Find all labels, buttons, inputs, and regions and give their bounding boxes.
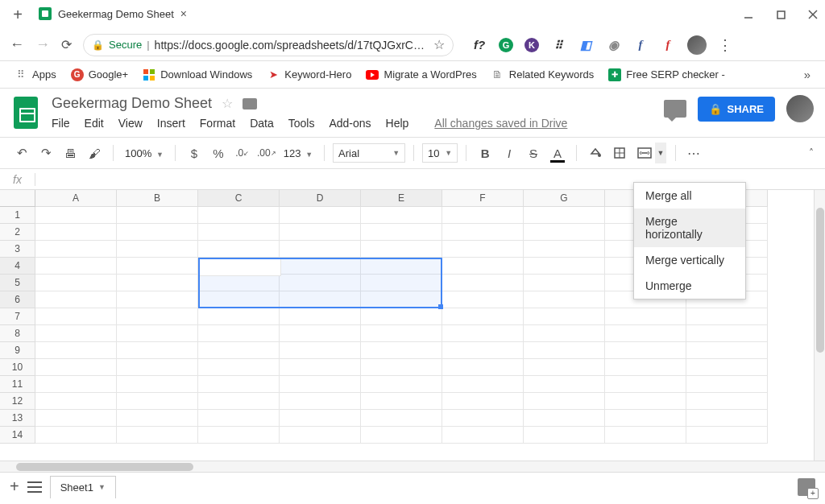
drive-status[interactable]: All changes saved in Drive xyxy=(434,117,567,130)
bookmark-keyword[interactable]: ➤ Keyword-Hero xyxy=(267,68,351,81)
cell-H13[interactable] xyxy=(605,410,686,427)
cell-E9[interactable] xyxy=(361,342,442,359)
row-header-8[interactable]: 8 xyxy=(0,325,35,342)
cell-G8[interactable] xyxy=(524,325,605,342)
cell-I7[interactable] xyxy=(686,308,768,325)
font-select[interactable]: Arial▼ xyxy=(333,143,405,163)
ext-k-icon[interactable]: K xyxy=(524,38,539,52)
cell-E8[interactable] xyxy=(361,325,442,342)
cell-E10[interactable] xyxy=(361,359,442,376)
row-header-5[interactable]: 5 xyxy=(0,275,35,291)
cell-I12[interactable] xyxy=(686,393,768,410)
cell-H9[interactable] xyxy=(605,342,686,359)
cell-D7[interactable] xyxy=(280,308,361,325)
cell-D3[interactable] xyxy=(280,241,361,258)
cell-B14[interactable] xyxy=(117,427,198,444)
cell-I13[interactable] xyxy=(686,410,768,427)
unmerge-item[interactable]: Unmerge xyxy=(634,273,745,299)
cell-C12[interactable] xyxy=(198,393,280,410)
select-all-corner[interactable] xyxy=(0,190,35,207)
cell-A7[interactable] xyxy=(35,308,117,325)
cell-B1[interactable] xyxy=(117,207,198,224)
cell-I10[interactable] xyxy=(686,359,768,376)
cell-G1[interactable] xyxy=(524,207,605,224)
cell-C3[interactable] xyxy=(198,241,280,258)
cell-B5[interactable] xyxy=(117,275,198,291)
currency-button[interactable]: $ xyxy=(184,143,205,163)
cell-H12[interactable] xyxy=(605,393,686,410)
cell-I8[interactable] xyxy=(686,325,768,342)
menu-help[interactable]: Help xyxy=(386,117,409,130)
cell-C10[interactable] xyxy=(198,359,280,376)
cell-C1[interactable] xyxy=(198,207,280,224)
cell-D11[interactable] xyxy=(280,376,361,393)
merge-all-item[interactable]: Merge all xyxy=(634,183,745,209)
cell-A14[interactable] xyxy=(35,427,117,444)
omnibox[interactable]: 🔒 Secure | https://docs.google.com/sprea… xyxy=(83,34,454,56)
col-header-C[interactable]: C xyxy=(198,190,280,207)
cell-G10[interactable] xyxy=(524,359,605,376)
reload-button[interactable]: ⟳ xyxy=(61,37,72,52)
cell-B12[interactable] xyxy=(117,393,198,410)
cell-G3[interactable] xyxy=(524,241,605,258)
add-sheet-button[interactable]: + xyxy=(10,477,19,496)
fill-color-button[interactable] xyxy=(585,143,606,163)
row-header-3[interactable]: 3 xyxy=(0,241,35,258)
toolbar-more-button[interactable]: ⋯ xyxy=(684,143,705,163)
cell-B7[interactable] xyxy=(117,308,198,325)
cell-D10[interactable] xyxy=(280,359,361,376)
cell-E12[interactable] xyxy=(361,393,442,410)
ext-feedly-icon[interactable]: f xyxy=(660,37,676,53)
ext-grammarly-icon[interactable]: G xyxy=(499,38,513,52)
browser-tab[interactable]: Geekermag Demo Sheet × xyxy=(31,2,195,26)
cell-G12[interactable] xyxy=(524,393,605,410)
cell-C2[interactable] xyxy=(198,224,280,241)
bookmark-star-icon[interactable]: ☆ xyxy=(433,37,445,52)
cell-A10[interactable] xyxy=(35,359,117,376)
window-close[interactable] xyxy=(807,9,819,20)
cell-D1[interactable] xyxy=(280,207,361,224)
col-header-D[interactable]: D xyxy=(280,190,361,207)
new-tab-button[interactable]: + xyxy=(6,3,29,26)
menu-edit[interactable]: Edit xyxy=(85,117,104,130)
cell-B6[interactable] xyxy=(117,291,198,308)
toolbar-collapse-icon[interactable]: ˄ xyxy=(809,147,814,159)
cell-C13[interactable] xyxy=(198,410,280,427)
cell-F5[interactable] xyxy=(442,275,524,291)
account-avatar[interactable] xyxy=(786,95,814,122)
text-color-button[interactable]: A xyxy=(547,143,568,163)
cell-B4[interactable] xyxy=(117,258,198,275)
cell-B10[interactable] xyxy=(117,359,198,376)
tab-close-icon[interactable]: × xyxy=(180,7,187,20)
cell-F11[interactable] xyxy=(442,376,524,393)
cell-E3[interactable] xyxy=(361,241,442,258)
chrome-menu-icon[interactable]: ⋮ xyxy=(718,36,732,54)
col-header-B[interactable]: B xyxy=(117,190,198,207)
paint-format-button[interactable]: 🖌 xyxy=(84,143,105,163)
sheets-logo-icon[interactable] xyxy=(11,95,40,130)
decrease-decimal-button[interactable]: .0↙ xyxy=(232,143,253,163)
cell-A9[interactable] xyxy=(35,342,117,359)
cell-E2[interactable] xyxy=(361,224,442,241)
undo-button[interactable]: ↶ xyxy=(11,143,32,163)
merge-cells-button[interactable] xyxy=(634,143,655,163)
menu-file[interactable]: File xyxy=(52,117,70,130)
row-header-1[interactable]: 1 xyxy=(0,207,35,224)
menu-addons[interactable]: Add-ons xyxy=(329,117,371,130)
cell-B8[interactable] xyxy=(117,325,198,342)
cell-G6[interactable] xyxy=(524,291,605,308)
cell-G13[interactable] xyxy=(524,410,605,427)
col-header-G[interactable]: G xyxy=(524,190,605,207)
merge-vertical-item[interactable]: Merge vertically xyxy=(634,247,745,273)
cell-B2[interactable] xyxy=(117,224,198,241)
cell-B13[interactable] xyxy=(117,410,198,427)
fill-handle[interactable] xyxy=(438,304,443,309)
menu-data[interactable]: Data xyxy=(250,117,274,130)
cell-C7[interactable] xyxy=(198,308,280,325)
bookmark-apps[interactable]: ⠿ Apps xyxy=(15,68,56,81)
borders-button[interactable] xyxy=(609,143,630,163)
doc-title[interactable]: Geekermag Demo Sheet xyxy=(52,95,212,112)
cell-B11[interactable] xyxy=(117,376,198,393)
increase-decimal-button[interactable]: .00↗ xyxy=(256,143,277,163)
cell-B9[interactable] xyxy=(117,342,198,359)
